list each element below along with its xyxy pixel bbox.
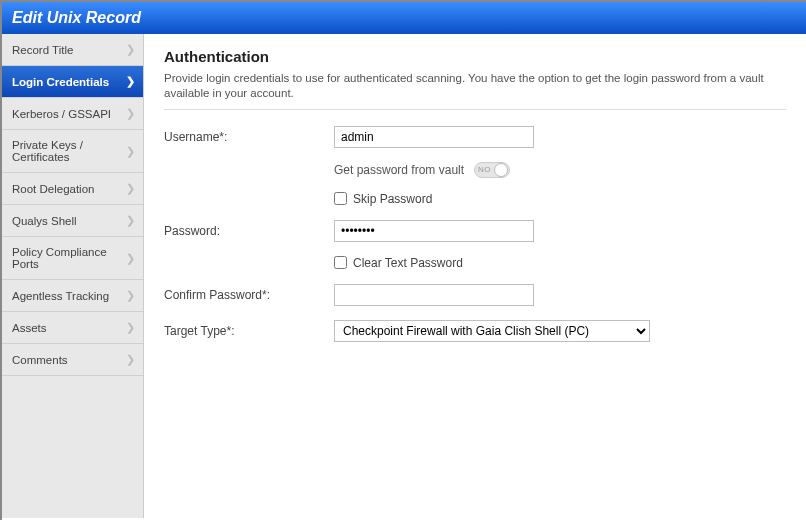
sidebar-item-label: Agentless Tracking bbox=[12, 290, 109, 302]
vault-toggle[interactable]: NO bbox=[474, 162, 510, 178]
skip-password-checkbox[interactable] bbox=[334, 192, 347, 205]
sidebar-item-label: Assets bbox=[12, 322, 47, 334]
clear-text-label: Clear Text Password bbox=[353, 256, 463, 270]
target-type-label: Target Type*: bbox=[164, 324, 334, 338]
sidebar-item-comments[interactable]: Comments ❯ bbox=[2, 344, 143, 376]
username-label: Username*: bbox=[164, 130, 334, 144]
skip-password-label: Skip Password bbox=[353, 192, 432, 206]
chevron-right-icon: ❯ bbox=[126, 43, 135, 56]
password-input[interactable] bbox=[334, 220, 534, 242]
vault-toggle-state: NO bbox=[478, 165, 491, 174]
chevron-right-icon: ❯ bbox=[126, 252, 135, 265]
target-type-select[interactable]: Checkpoint Firewall with Gaia Clish Shel… bbox=[334, 320, 650, 342]
chevron-right-icon: ❯ bbox=[126, 75, 135, 88]
clear-text-checkbox[interactable] bbox=[334, 256, 347, 269]
chevron-right-icon: ❯ bbox=[126, 145, 135, 158]
sidebar-item-root-delegation[interactable]: Root Delegation ❯ bbox=[2, 173, 143, 205]
window-title: Edit Unix Record bbox=[2, 2, 806, 34]
sidebar-item-policy-compliance[interactable]: Policy Compliance Ports ❯ bbox=[2, 237, 143, 280]
chevron-right-icon: ❯ bbox=[126, 321, 135, 334]
sidebar-item-record-title[interactable]: Record Title ❯ bbox=[2, 34, 143, 66]
sidebar-item-label: Private Keys / Certificates bbox=[12, 139, 126, 163]
chevron-right-icon: ❯ bbox=[126, 107, 135, 120]
chevron-right-icon: ❯ bbox=[126, 353, 135, 366]
main-panel: Authentication Provide login credentials… bbox=[144, 34, 806, 518]
chevron-right-icon: ❯ bbox=[126, 182, 135, 195]
confirm-password-input[interactable] bbox=[334, 284, 534, 306]
sidebar-item-label: Root Delegation bbox=[12, 183, 94, 195]
vault-label: Get password from vault bbox=[334, 163, 464, 177]
sidebar-item-label: Comments bbox=[12, 354, 68, 366]
sidebar-item-login-credentials[interactable]: Login Credentials ❯ bbox=[2, 66, 143, 98]
toggle-knob-icon bbox=[494, 163, 508, 177]
confirm-password-label: Confirm Password*: bbox=[164, 288, 334, 302]
sidebar-item-assets[interactable]: Assets ❯ bbox=[2, 312, 143, 344]
sidebar-item-label: Qualys Shell bbox=[12, 215, 77, 227]
sidebar-item-label: Policy Compliance Ports bbox=[12, 246, 126, 270]
sidebar-item-agentless-tracking[interactable]: Agentless Tracking ❯ bbox=[2, 280, 143, 312]
sidebar-item-private-keys[interactable]: Private Keys / Certificates ❯ bbox=[2, 130, 143, 173]
sidebar-item-label: Record Title bbox=[12, 44, 73, 56]
chevron-right-icon: ❯ bbox=[126, 214, 135, 227]
password-label: Password: bbox=[164, 224, 334, 238]
sidebar-item-qualys-shell[interactable]: Qualys Shell ❯ bbox=[2, 205, 143, 237]
section-description: Provide login credentials to use for aut… bbox=[164, 71, 786, 110]
chevron-right-icon: ❯ bbox=[126, 289, 135, 302]
sidebar-item-kerberos[interactable]: Kerberos / GSSAPI ❯ bbox=[2, 98, 143, 130]
section-title: Authentication bbox=[164, 48, 786, 65]
username-input[interactable] bbox=[334, 126, 534, 148]
sidebar: Record Title ❯ Login Credentials ❯ Kerbe… bbox=[2, 34, 144, 518]
sidebar-item-label: Login Credentials bbox=[12, 76, 109, 88]
sidebar-item-label: Kerberos / GSSAPI bbox=[12, 108, 111, 120]
